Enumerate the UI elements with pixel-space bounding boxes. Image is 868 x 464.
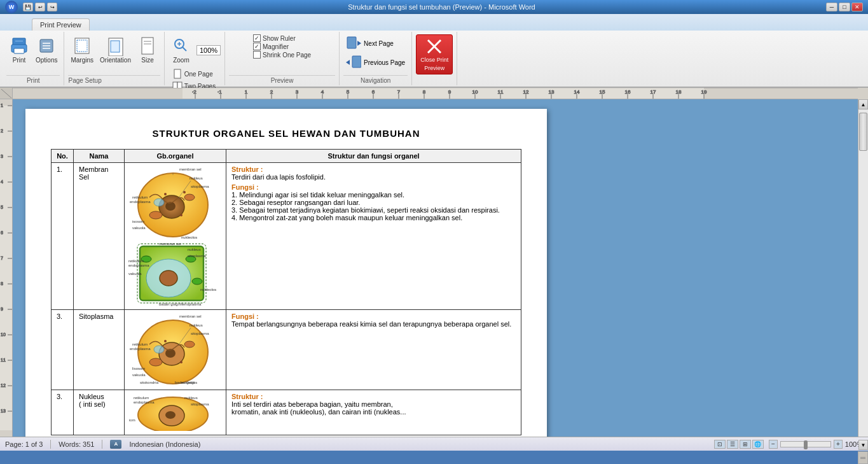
svg-rect-3	[15, 41, 23, 41]
svg-text:·1: ·1	[217, 89, 222, 95]
view-buttons: ⊡ ☰ ⊞ 🌐	[714, 440, 764, 449]
svg-marker-25	[357, 41, 361, 46]
scroll-up-button[interactable]: ▲	[858, 99, 868, 109]
language-icon: A	[110, 440, 121, 449]
svg-text:nukleus: nukleus	[189, 323, 203, 327]
svg-point-112	[183, 191, 186, 193]
show-ruler-checkbox[interactable]: ✓	[253, 34, 261, 42]
plant-cell-diagram: membran sel nukleus sitoplasma retikulum…	[127, 243, 219, 307]
svg-text:retikulum: retikulum	[128, 259, 144, 263]
svg-text:12: 12	[1, 383, 6, 388]
svg-text:11: 11	[498, 89, 504, 95]
redo-icon[interactable]: ↪	[47, 3, 57, 11]
zoom-icon	[171, 36, 191, 56]
preview-group-items: ✓ Show Ruler ✓ Magnifier Shrink One Page	[253, 33, 311, 74]
ruler-scrollbar-corner	[858, 88, 868, 99]
magnifier-checkbox[interactable]: ✓	[253, 43, 261, 50]
svg-text:8: 8	[423, 89, 426, 95]
undo-icon[interactable]: ↩	[35, 3, 45, 11]
next-page-button[interactable]: Next Page	[343, 34, 396, 52]
ribbon-group-navigation: Next Page Previous Page Navigation	[340, 32, 412, 85]
svg-point-125	[160, 271, 177, 286]
magnifier-check[interactable]: ✓ Magnifier	[253, 43, 289, 50]
zoom-percent[interactable]: 100%	[196, 45, 221, 55]
ribbon: Print Options Print	[0, 31, 868, 88]
minimize-button[interactable]: ─	[826, 3, 837, 11]
web-view-button[interactable]: 🌐	[752, 440, 764, 449]
zoom-slider[interactable]	[780, 441, 831, 447]
zoom-in-button[interactable]: +	[834, 440, 843, 449]
nav-group-items: Next Page Previous Page	[343, 33, 408, 74]
status-sep-1	[50, 440, 51, 449]
reading-view-button[interactable]: ☰	[727, 440, 738, 449]
cell-image-1: membran sel nukleus sitoplasma retikulum…	[125, 163, 226, 310]
maximize-button[interactable]: □	[839, 3, 850, 11]
svg-text:nukleus: nukleus	[184, 396, 198, 400]
shrink-one-page-check[interactable]: Shrink One Page	[253, 51, 311, 59]
cell-name-2: Sitoplasma	[74, 310, 125, 390]
word-count: Words: 351	[59, 440, 94, 448]
zoom-label: Zoom	[173, 57, 189, 64]
window-controls: ─ □ ✕	[826, 3, 863, 11]
svg-point-145	[164, 340, 167, 342]
app-icon: W	[5, 1, 18, 13]
close-print-preview-button[interactable]: Close Print Preview	[416, 34, 453, 74]
svg-point-144	[154, 346, 164, 353]
svg-text:membran sel: membran sel	[179, 314, 202, 318]
normal-view-button[interactable]: ⊡	[714, 440, 726, 449]
print-button[interactable]: Print	[6, 34, 32, 66]
shrink-checkbox[interactable]	[253, 51, 261, 59]
cell-image-2: membran sel nukleus sitoplasma retikulum…	[125, 310, 226, 390]
ribbon-group-zoom: Zoom 100% One Page Two	[165, 32, 225, 85]
zoom-button[interactable]: Zoom	[169, 34, 194, 66]
zoom-slider-thumb[interactable]	[804, 440, 808, 449]
svg-text:4: 4	[321, 89, 324, 95]
page-count: Page: 1 of 3	[5, 440, 43, 448]
svg-point-143	[184, 341, 195, 348]
table-row: 3. Nukleus( inti sel)	[52, 390, 521, 435]
svg-point-107	[149, 211, 162, 219]
options-button[interactable]: Options	[33, 34, 60, 66]
svg-text:19: 19	[701, 89, 707, 95]
vertical-scrollbar[interactable]: ▲ ▼	[858, 99, 868, 437]
svg-point-146	[180, 361, 183, 363]
svg-text:Menoplasma: Menoplasma	[179, 302, 202, 306]
svg-text:sitoplasma: sitoplasma	[191, 332, 209, 335]
cell-no-1: 1.	[52, 163, 74, 310]
page-title: STRUKTUR ORGANEL SEL HEWAN DAN TUMBUHAN	[51, 128, 521, 139]
scroll-resize-handle[interactable]	[858, 451, 868, 464]
svg-rect-26	[352, 56, 361, 67]
prev-page-button[interactable]: Previous Page	[343, 53, 408, 71]
orientation-icon	[106, 36, 126, 56]
print-group-items: Print Options	[6, 33, 60, 74]
print-view-button[interactable]: ⊞	[740, 440, 751, 449]
size-button[interactable]: Size	[135, 34, 160, 66]
close-window-button[interactable]: ✕	[851, 3, 863, 11]
svg-text:1: 1	[245, 89, 248, 95]
one-page-button[interactable]: One Page	[170, 68, 219, 80]
svg-text:vakuola: vakuola	[128, 272, 142, 276]
ribbon-tab-bar: Print Preview	[0, 14, 868, 31]
page-setup-group-items: Margins Orientation	[68, 33, 160, 74]
page-setup-group-label: Page Setup	[68, 75, 160, 84]
scroll-down-button[interactable]: ▼	[858, 440, 868, 450]
zoom-out-button[interactable]: −	[769, 440, 778, 449]
svg-text:13: 13	[1, 409, 6, 413]
language: Indonesian (Indonesia)	[129, 440, 200, 448]
save-icon[interactable]: 💾	[23, 3, 33, 11]
table-header-row: No. Nama Gb.organel Struktur dan fungsi …	[52, 150, 521, 163]
scroll-thumb[interactable]	[859, 113, 867, 151]
svg-rect-19	[174, 69, 181, 78]
show-ruler-check[interactable]: ✓ Show Ruler	[253, 34, 296, 42]
svg-text:nukleus: nukleus	[189, 176, 203, 180]
margins-button[interactable]: Margins	[68, 34, 96, 66]
svg-text:nukleolos: nukleolos	[200, 288, 216, 292]
ribbon-group-page-setup: Margins Orientation	[64, 32, 165, 85]
options-icon	[36, 36, 57, 56]
svg-text:2: 2	[1, 129, 3, 133]
orientation-button[interactable]: Orientation	[97, 34, 134, 66]
svg-text:endoplasma: endoplasma	[128, 264, 149, 267]
svg-text:9: 9	[1, 307, 3, 311]
svg-marker-27	[346, 60, 350, 65]
tab-print-preview[interactable]: Print Preview	[32, 18, 90, 31]
